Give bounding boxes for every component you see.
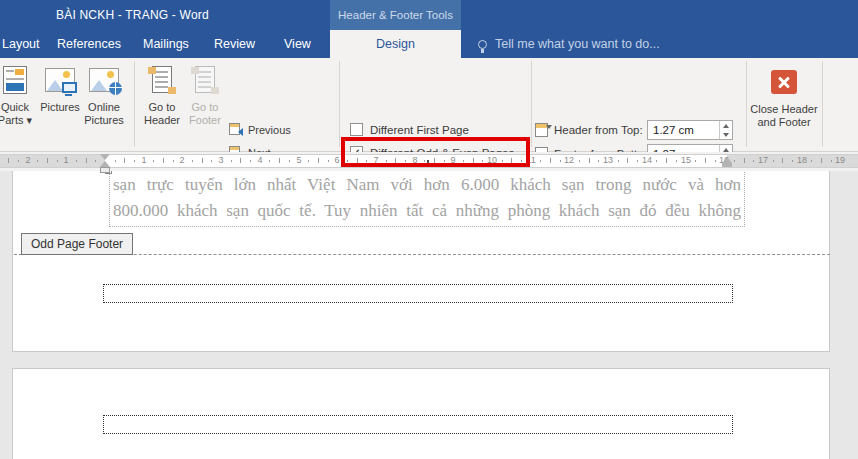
quick-parts-label-line2: Parts (0, 114, 24, 126)
group-divider (134, 61, 135, 147)
go-to-header-label-line1: Go to (140, 101, 184, 114)
document-title: BÀI NCKH - TRANG - Word (56, 8, 209, 22)
right-indent-marker-base (722, 163, 732, 167)
go-to-footer-label-line1: Go to (184, 101, 226, 114)
group-divider (339, 61, 340, 147)
spin-up-icon[interactable] (720, 121, 732, 130)
group-divider (822, 61, 823, 147)
close-label-line2: and Footer (747, 116, 821, 129)
pictures-label: Pictures (37, 101, 83, 114)
go-to-footer-button: Go to Footer (184, 60, 226, 126)
close-header-footer-button[interactable]: Close Header and Footer (747, 60, 821, 128)
header-from-top-label: Header from Top: (554, 124, 643, 136)
body-text-line: 800.000 khách sạn quốc tế. Tuy nhiên tất… (113, 198, 741, 224)
left-indent-marker[interactable] (100, 167, 110, 173)
tell-me-label: Tell me what you want to do... (495, 37, 660, 51)
red-highlight-annotation (341, 137, 530, 167)
tab-mailings[interactable]: Mailings (143, 30, 189, 58)
tell-me-box[interactable]: Tell me what you want to do... (478, 30, 660, 58)
group-divider (531, 61, 532, 147)
ribbon-design: Quick Parts ▾ Pictures Online Pictures I… (0, 58, 858, 152)
tab-design-active[interactable]: Design (330, 30, 461, 58)
tab-view[interactable]: View (284, 30, 311, 58)
header-from-top-value[interactable]: 1.27 cm (648, 121, 719, 139)
even-page-text-box[interactable] (103, 415, 733, 434)
close-label-line1: Close Header (747, 103, 821, 116)
online-pictures-label-line1: Online (81, 101, 127, 114)
document-canvas: sạn trực tuyến lớn nhất Việt Nam với hơn… (0, 171, 858, 459)
go-to-footer-icon (184, 64, 226, 96)
online-pictures-button[interactable]: Online Pictures (81, 60, 127, 126)
quick-parts-label-line1: Quick (0, 101, 38, 114)
odd-page-footer-text-box[interactable] (103, 284, 733, 303)
previous-button[interactable]: Previous (229, 122, 291, 137)
first-line-indent-marker[interactable] (100, 154, 110, 160)
go-to-header-label-line2: Header (140, 114, 184, 127)
different-first-page-label: Different First Page (370, 124, 469, 136)
lightbulb-icon (478, 40, 487, 49)
previous-icon (229, 123, 243, 136)
ribbon-tab-bar: Layout References Mailings Review View D… (0, 30, 858, 58)
header-from-top-icon (535, 123, 548, 137)
header-from-top-row: Header from Top: (535, 123, 643, 137)
page-2 (12, 368, 830, 459)
tab-review[interactable]: Review (214, 30, 255, 58)
header-from-top-spinner[interactable]: 1.27 cm (647, 120, 733, 140)
dropdown-arrow-icon: ▾ (27, 114, 33, 126)
spin-down-icon[interactable] (720, 130, 732, 139)
footer-boundary-dashed-line (14, 254, 830, 255)
globe-icon (109, 82, 122, 95)
online-pictures-label-line2: Pictures (81, 114, 127, 127)
tab-layout[interactable]: Layout (2, 30, 40, 58)
checkbox-icon[interactable] (350, 123, 363, 136)
close-icon (747, 66, 821, 98)
tab-references[interactable]: References (57, 30, 121, 58)
checkbox-different-first-page[interactable]: Different First Page (350, 123, 469, 136)
go-to-header-button[interactable]: Go to Header (140, 60, 184, 126)
contextual-tab-group-header: Header & Footer Tools (330, 0, 461, 30)
title-bar: BÀI NCKH - TRANG - Word Header & Footer … (0, 0, 858, 30)
go-to-header-icon (140, 64, 184, 96)
page-1: sạn trực tuyến lớn nhất Việt Nam với hơn… (12, 171, 830, 352)
previous-label: Previous (248, 124, 291, 136)
pictures-icon (37, 64, 83, 96)
body-text-line: sạn trực tuyến lớn nhất Việt Nam với hơn… (113, 172, 741, 198)
odd-page-footer-tag: Odd Page Footer (21, 233, 133, 255)
quick-parts-button[interactable]: Quick Parts ▾ (0, 60, 38, 126)
quick-parts-icon (0, 64, 38, 96)
go-to-footer-label-line2: Footer (184, 114, 226, 127)
word-window: BÀI NCKH - TRANG - Word Header & Footer … (0, 0, 858, 459)
online-pictures-icon (81, 64, 127, 96)
pictures-button[interactable]: Pictures (37, 60, 83, 114)
